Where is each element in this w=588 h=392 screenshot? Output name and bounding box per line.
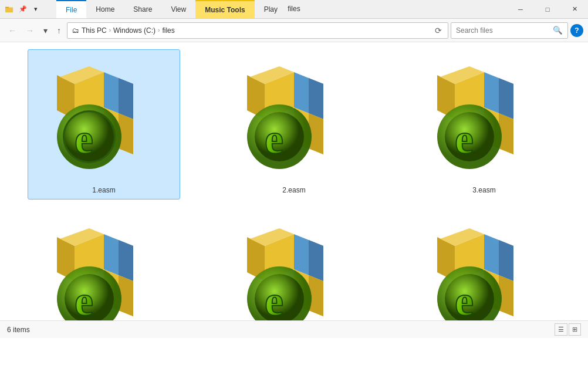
file-name: 2.easm	[282, 186, 305, 194]
view-toggle: ☰ ⊞	[555, 323, 581, 336]
file-item[interactable]: e	[408, 211, 560, 320]
search-box: 🔍	[451, 22, 568, 39]
svg-text:e: e	[455, 116, 474, 163]
window-controls: ─ □ ✕	[507, 0, 588, 18]
svg-marker-42	[119, 240, 133, 281]
close-button[interactable]: ✕	[561, 0, 588, 19]
item-count: 6 items	[7, 326, 30, 334]
search-button[interactable]: 🔍	[553, 26, 563, 35]
up-button[interactable]: ↑	[53, 23, 65, 38]
back-button[interactable]: ←	[5, 23, 20, 38]
tab-home[interactable]: Home	[86, 0, 124, 18]
file-icon: e	[235, 55, 353, 184]
details-view-button[interactable]: ☰	[555, 323, 567, 336]
title-bar: 📌 ▾ File Home Share View Music Tools Pla…	[0, 0, 588, 19]
file-icon: e	[425, 55, 543, 184]
svg-marker-30	[499, 78, 513, 119]
svg-marker-5	[119, 78, 133, 119]
svg-text:e: e	[75, 116, 93, 163]
recent-button[interactable]: ▾	[40, 23, 51, 38]
address-bar[interactable]: 🗂 This PC › Windows (C:) › files ⟳	[67, 22, 448, 39]
svg-text:e: e	[75, 278, 93, 320]
tab-play[interactable]: Play	[255, 0, 287, 18]
file-icon: e	[235, 217, 353, 320]
large-icon-view-button[interactable]: ⊞	[569, 323, 581, 336]
refresh-button[interactable]: ⟳	[434, 25, 443, 36]
maximize-button[interactable]: □	[534, 0, 561, 19]
help-button[interactable]: ?	[570, 24, 583, 37]
file-item[interactable]: e	[28, 49, 180, 200]
svg-text:e: e	[455, 278, 474, 320]
tab-file[interactable]: File	[56, 0, 86, 18]
file-name: 1.easm	[92, 186, 115, 194]
file-item[interactable]: e	[218, 49, 370, 200]
svg-marker-18	[309, 78, 323, 119]
file-icon: e	[45, 55, 163, 184]
svg-marker-66	[499, 240, 513, 281]
address-path: 🗂 This PC › Windows (C:) › files	[72, 26, 430, 35]
svg-text:e: e	[265, 116, 283, 163]
file-item[interactable]: e	[28, 211, 180, 320]
folder-icon-small: 🗂	[72, 26, 79, 35]
window-title: files	[288, 5, 300, 13]
search-input[interactable]	[456, 26, 550, 35]
file-item[interactable]: e	[408, 49, 560, 200]
file-item[interactable]: e	[218, 211, 370, 320]
status-bar: 6 items ☰ ⊞	[0, 320, 588, 338]
svg-marker-54	[309, 240, 323, 281]
tab-view[interactable]: View	[161, 0, 195, 18]
title-bar-left: 📌 ▾	[0, 0, 45, 18]
tab-music-tools[interactable]: Music Tools	[195, 0, 254, 18]
quick-access-arrow[interactable]: ▾	[32, 4, 40, 14]
nav-bar: ← → ▾ ↑ 🗂 This PC › Windows (C:) › files…	[0, 19, 588, 42]
minimize-button[interactable]: ─	[507, 0, 534, 19]
svg-text:e: e	[265, 278, 283, 320]
file-icon: e	[425, 217, 543, 320]
file-name: 3.easm	[472, 186, 495, 194]
tab-share[interactable]: Share	[124, 0, 161, 18]
ribbon-tabs: File Home Share View Music Tools Play	[56, 0, 287, 18]
svg-rect-0	[5, 7, 13, 12]
folder-icon	[5, 5, 14, 14]
forward-button[interactable]: →	[22, 23, 38, 38]
file-icon: e	[45, 217, 163, 320]
quick-access-pin[interactable]: 📌	[16, 4, 29, 14]
file-grid: e	[0, 42, 588, 320]
